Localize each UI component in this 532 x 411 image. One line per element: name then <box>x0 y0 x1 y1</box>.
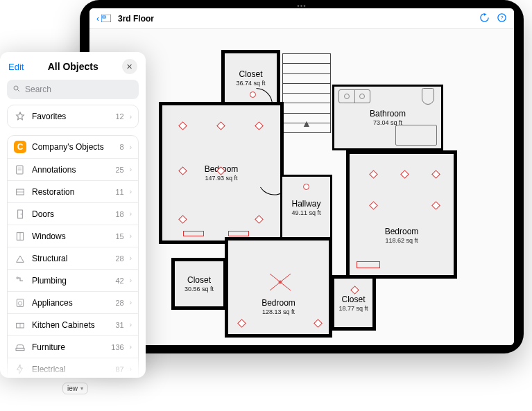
sync-icon[interactable] <box>479 12 490 25</box>
electrical-marker <box>178 166 187 175</box>
category-label: Favorites <box>32 112 110 121</box>
electrical-marker <box>303 184 309 190</box>
stairs-arrow-icon: ▲ <box>302 118 311 129</box>
electrical-marker <box>255 215 264 224</box>
chevron-right-icon: › <box>130 113 132 121</box>
category-company-s-objects[interactable]: CCompany's Objects8› <box>8 136 138 158</box>
chevron-right-icon: › <box>130 321 132 329</box>
category-label: Plumbing <box>32 276 110 286</box>
category-count: 15 <box>115 232 123 241</box>
floorplan-canvas[interactable]: Closet 36.74 sq ft ▲ Bathroom 73.04 sq f… <box>89 29 514 345</box>
room-closet-bl[interactable]: Closet 30.56 sq ft <box>171 258 227 310</box>
category-kitchen-cabinets[interactable]: Kitchen Cabinets31› <box>8 313 138 335</box>
electrical-marker <box>314 319 323 328</box>
objects-panel: Edit All Objects ✕ Search Favorites 12 ›… <box>0 52 146 378</box>
category-label: Restoration <box>32 187 110 197</box>
room-area: 128.13 sq ft <box>262 308 295 315</box>
category-count: 31 <box>115 321 123 329</box>
plumb-icon <box>14 274 26 287</box>
chevron-right-icon: › <box>130 210 132 218</box>
category-plumbing[interactable]: Plumbing42› <box>8 269 138 291</box>
floorplan: Closet 36.74 sq ft ▲ Bathroom 73.04 sq f… <box>159 50 457 344</box>
company-icon: C <box>14 141 26 153</box>
room-bedroom-bottom[interactable]: Bedroom 128.13 sq ft <box>225 237 332 338</box>
category-label: Electrical <box>32 365 110 374</box>
category-appliances[interactable]: Appliances28› <box>8 291 138 313</box>
room-bathroom[interactable]: Bathroom 73.04 sq ft <box>332 85 443 150</box>
close-button[interactable]: ✕ <box>122 59 137 74</box>
svg-rect-1 <box>103 16 105 18</box>
category-count: 18 <box>115 210 123 218</box>
category-label: Appliances <box>32 298 110 308</box>
room-area: 30.56 sq ft <box>185 286 214 292</box>
edit-button[interactable]: Edit <box>8 62 24 72</box>
ipad-screen: ‹ 3rd Floor ? ↶ ↷ <box>89 8 514 345</box>
appl-icon <box>14 297 26 309</box>
room-bedroom-right[interactable]: Bedroom 118.62 sq ft <box>346 150 457 279</box>
chevron-right-icon: › <box>130 299 132 306</box>
room-label: Bedroom <box>385 227 419 236</box>
elec-icon <box>14 363 26 376</box>
category-electrical[interactable]: Electrical87› <box>8 358 138 378</box>
app-toolbar: ‹ 3rd Floor ? <box>89 8 514 29</box>
category-count: 28 <box>115 299 123 307</box>
category-annotations[interactable]: Annotations25› <box>8 158 138 180</box>
category-furniture[interactable]: Furniture136› <box>8 335 138 358</box>
electrical-marker <box>400 170 409 179</box>
chevron-down-icon: ▾ <box>80 385 83 392</box>
furn-icon <box>14 341 26 353</box>
category-windows[interactable]: Windows15› <box>8 225 138 247</box>
room-area: 49.11 sq ft <box>291 209 320 216</box>
room-closet-br[interactable]: Closet 18.77 sq ft <box>331 275 376 331</box>
electrical-marker <box>369 170 378 179</box>
chevron-right-icon: › <box>130 343 132 351</box>
category-count: 28 <box>115 254 123 263</box>
svg-rect-16 <box>17 299 23 306</box>
floor-icon <box>101 15 111 22</box>
view-chip-label: iew <box>67 385 78 392</box>
chevron-left-icon: ‹ <box>96 14 99 24</box>
search-input[interactable]: Search <box>7 80 139 99</box>
kitchen-icon <box>14 319 26 331</box>
electrical-marker <box>255 121 264 130</box>
electrical-marker <box>178 121 187 130</box>
note-icon <box>14 164 26 176</box>
category-count: 136 <box>111 343 123 351</box>
toilet-icon <box>422 88 434 105</box>
category-label: Company's Objects <box>32 142 114 152</box>
svg-point-5 <box>14 86 18 90</box>
electrical-marker <box>350 286 359 295</box>
svg-point-12 <box>21 213 22 214</box>
room-area: 36.74 sq ft <box>236 80 265 87</box>
category-label: Structural <box>32 254 110 263</box>
chevron-right-icon: › <box>130 365 132 373</box>
help-icon[interactable]: ? <box>497 12 507 25</box>
chevron-right-icon: › <box>130 277 132 284</box>
chevron-right-icon: › <box>130 254 132 262</box>
search-icon <box>12 85 21 95</box>
category-favorites[interactable]: Favorites 12 › <box>8 105 138 128</box>
category-count: 87 <box>115 365 123 374</box>
category-count: 8 <box>120 143 124 151</box>
room-hallway[interactable]: Hallway 49.11 sq ft <box>280 175 332 241</box>
chevron-right-icon: › <box>130 166 132 173</box>
view-chip[interactable]: iew ▾ <box>62 383 88 394</box>
category-count: 12 <box>115 112 123 121</box>
category-doors[interactable]: Doors18› <box>8 202 138 225</box>
page-title: 3rd Floor <box>118 14 154 24</box>
category-label: Windows <box>32 231 110 241</box>
electrical-marker <box>369 201 378 210</box>
category-label: Doors <box>32 209 110 219</box>
star-icon <box>14 110 26 123</box>
hvac-marker <box>228 231 249 236</box>
category-restoration[interactable]: Restoration11› <box>8 180 138 202</box>
room-closet-top[interactable]: Closet 36.74 sq ft <box>221 50 280 105</box>
room-label: Bathroom <box>370 109 406 119</box>
room-area: 147.93 sq ft <box>205 175 237 182</box>
chevron-right-icon: › <box>130 143 132 151</box>
back-button[interactable]: ‹ <box>96 14 111 24</box>
room-bedroom-left[interactable]: Bedroom 147.93 sq ft <box>159 102 284 244</box>
category-structural[interactable]: Structural28› <box>8 247 138 269</box>
room-label: Bedroom <box>261 298 295 308</box>
svg-rect-20 <box>16 348 24 350</box>
